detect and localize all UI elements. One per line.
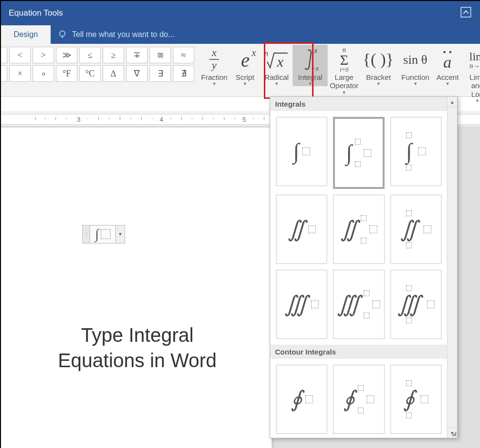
integral-thumb-sub-sup[interactable]: ∫ <box>333 117 384 189</box>
limit-log-button[interactable]: lim n→∞ Limit and Log ▼ <box>461 45 480 103</box>
integral-glyph-icon: ∫ <box>406 140 412 163</box>
chevron-down-icon: ▼ <box>243 81 247 86</box>
lightbulb-icon <box>57 30 67 39</box>
accent-label: Accent <box>436 73 459 81</box>
contour-integral-thumb-stacked-limits[interactable]: ∮ <box>390 365 442 434</box>
function-button[interactable]: sin θ Function ▼ <box>396 45 434 86</box>
symbol-cell[interactable]: ≫ <box>56 47 77 63</box>
double-integral-thumb-stacked-limits[interactable]: ∬ <box>390 195 442 264</box>
integral-icon: x −x <box>295 46 326 73</box>
chevron-down-icon: ▼ <box>342 90 346 95</box>
double-integral-thumb-sub-sup[interactable]: ∬ <box>333 195 384 264</box>
symbol-cell[interactable]: ≈ <box>173 47 194 63</box>
equation-placeholder <box>364 313 369 318</box>
double-integral-glyph-icon: ∬ <box>340 218 358 241</box>
symbol-cell[interactable]: ∇ <box>126 65 148 82</box>
integral-glyph-icon: ∫ <box>95 227 99 241</box>
contour-integral-thumb-indefinite[interactable]: ∮ <box>276 365 327 434</box>
function-icon: sin θ <box>398 46 432 73</box>
svg-text:y: y <box>211 59 217 71</box>
fraction-button[interactable]: x y Fraction ▼ <box>199 45 229 86</box>
integral-button[interactable]: x −x Integral ▼ <box>293 45 328 86</box>
symbol-cell[interactable]: ∄ <box>173 65 194 82</box>
svg-text:x: x <box>277 54 284 70</box>
fraction-icon: x y <box>203 46 226 73</box>
equation-placeholder <box>406 165 412 170</box>
accent-button[interactable]: a Accent ▼ <box>434 45 461 86</box>
equation-placeholder <box>406 285 412 291</box>
symbol-cell[interactable]: ∃ <box>149 65 171 82</box>
equation-placeholder <box>364 290 369 296</box>
integral-thumb-indefinite[interactable]: ∫ <box>276 117 327 186</box>
symbol-cell[interactable]: ∆ <box>103 65 124 82</box>
equation-move-handle[interactable]: ⋮ <box>82 225 90 243</box>
svg-text:lim: lim <box>469 50 480 63</box>
symbol-cell[interactable]: ∘ <box>33 65 54 82</box>
integral-gallery: Integrals ∫ ∫ <box>270 96 458 438</box>
equation-placeholder[interactable] <box>101 229 111 239</box>
tell-me-search[interactable]: Tell me what you want to do... <box>51 25 175 44</box>
equation-placeholder <box>418 148 426 155</box>
equation-placeholder <box>355 161 361 167</box>
symbol-cell[interactable]: > <box>33 47 54 63</box>
equation-placeholder <box>406 412 412 418</box>
symbol-cell[interactable]: × <box>9 65 31 82</box>
script-button[interactable]: e x Script ▼ <box>229 45 260 86</box>
integral-thumb-stacked-limits[interactable]: ∫ <box>390 117 442 186</box>
equation-body[interactable]: ∫ <box>90 225 116 243</box>
symbol-cell[interactable] <box>1 65 7 82</box>
symbol-cell[interactable]: ∓ <box>126 47 148 63</box>
ribbon-tabs: Design Tell me what you want to do... <box>1 25 480 44</box>
symbol-cell[interactable]: ≤ <box>79 47 101 63</box>
svg-text:{( )}: {( )} <box>363 50 394 69</box>
equation-object[interactable]: ⋮ ∫ ▼ <box>82 225 125 243</box>
document-page[interactable]: ⋮ ∫ ▼ Type Integral Equations in Word <box>1 128 272 448</box>
script-icon: e x <box>231 46 258 73</box>
symbol-cell[interactable]: ≅ <box>149 47 171 63</box>
limit-log-label: Limit and Log <box>462 73 480 98</box>
triple-integral-thumb-indefinite[interactable]: ∭ <box>276 270 327 339</box>
ruler-mark: 5 <box>242 116 246 123</box>
chevron-down-icon: ▼ <box>275 81 279 86</box>
equation-placeholder <box>427 300 435 308</box>
radical-label: Radical <box>264 73 289 81</box>
symbol-cell[interactable]: °C <box>79 65 101 82</box>
triple-integral-glyph-icon: ∭ <box>337 293 361 316</box>
symbols-gallery: < > ≫ ≤ ≥ ∓ ≅ ≈ × ∘ °F °C ∆ ∇ ∃ ∄ <box>1 44 199 96</box>
bracket-icon: {( )} <box>362 46 394 73</box>
contour-integral-thumb-sub-sup[interactable]: ∮ <box>333 365 384 434</box>
double-integral-thumb-indefinite[interactable]: ∬ <box>276 195 327 264</box>
equation-placeholder <box>302 148 310 155</box>
radical-icon: n x <box>262 46 291 73</box>
equation-placeholder <box>367 395 374 403</box>
symbol-cell[interactable]: < <box>9 47 31 63</box>
bracket-button[interactable]: {( )} Bracket ▼ <box>360 45 396 86</box>
equation-placeholder <box>406 210 412 216</box>
chevron-down-icon: ▼ <box>475 98 480 103</box>
equation-placeholder <box>358 385 364 391</box>
document-heading: Type Integral Equations in Word <box>30 322 244 373</box>
equation-placeholder <box>308 225 316 233</box>
chevron-down-icon: ▼ <box>445 81 450 86</box>
ribbon-collapse-icon[interactable] <box>461 7 471 18</box>
svg-point-1 <box>59 31 65 37</box>
symbol-cell[interactable] <box>1 47 7 63</box>
triple-integral-thumb-sub-sup[interactable]: ∭ <box>333 270 384 339</box>
svg-text:x: x <box>314 46 317 55</box>
double-integral-glyph-icon: ∬ <box>400 218 418 241</box>
scroll-up-icon[interactable]: ▲ <box>447 97 457 107</box>
triple-integral-thumb-stacked-limits[interactable]: ∭ <box>390 270 442 339</box>
resize-grip-icon[interactable]: ◢ <box>452 430 456 437</box>
tab-design[interactable]: Design <box>1 25 51 44</box>
gallery-scrollbar[interactable]: ▲ ▼ <box>447 97 457 438</box>
symbol-cell[interactable]: °F <box>56 65 77 82</box>
tab-design-label: Design <box>14 30 38 39</box>
equation-placeholder <box>361 238 367 243</box>
accent-icon: a <box>436 46 459 73</box>
equation-placeholder <box>406 380 412 386</box>
function-label: Function <box>402 73 430 81</box>
radical-button[interactable]: n x Radical ▼ <box>260 45 293 86</box>
large-operator-button[interactable]: n Σ i=0 Large Operator ▼ <box>328 45 360 95</box>
equation-options-dropdown[interactable]: ▼ <box>116 225 125 243</box>
symbol-cell[interactable]: ≥ <box>103 47 124 63</box>
